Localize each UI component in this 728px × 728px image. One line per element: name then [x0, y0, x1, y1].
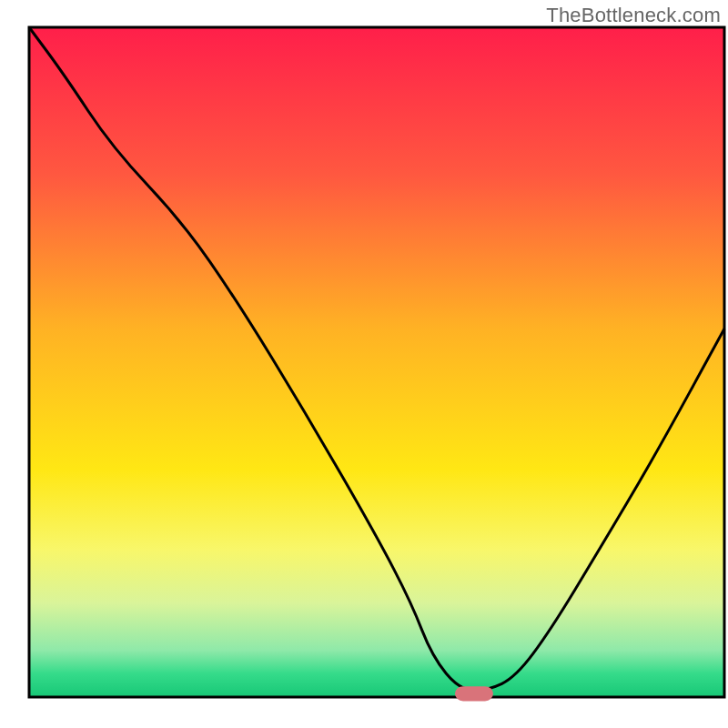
chart-container: TheBottleneck.com: [0, 0, 728, 728]
plot-background: [29, 27, 724, 697]
bottleneck-chart: [0, 0, 728, 728]
optimal-marker: [455, 686, 493, 701]
watermark-label: TheBottleneck.com: [546, 4, 721, 27]
